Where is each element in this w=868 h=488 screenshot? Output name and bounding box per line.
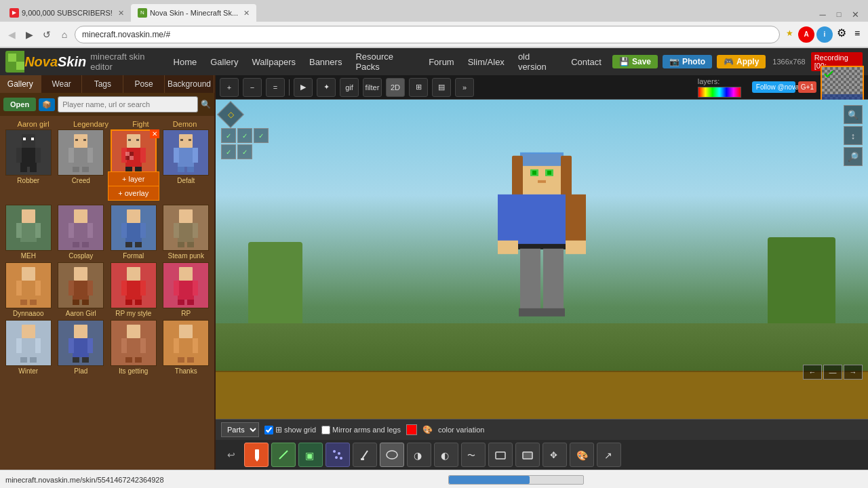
arrow-left-btn[interactable]: ←: [803, 365, 822, 380]
list-item[interactable]: Steam punk: [161, 205, 212, 260]
extension4-icon[interactable]: ≡: [850, 26, 864, 40]
tab1-close[interactable]: ✕: [118, 9, 124, 18]
list-item[interactable]: Aaron Girl: [56, 262, 107, 317]
list-item[interactable]: Winter: [3, 320, 54, 375]
list-item[interactable]: MEH: [3, 205, 54, 260]
check-btn-2[interactable]: ✓: [237, 128, 252, 143]
list-item[interactable]: Cosplay: [56, 205, 107, 260]
list-item[interactable]: Defalt: [161, 129, 212, 184]
extension2-icon[interactable]: i: [816, 26, 833, 43]
2d-btn[interactable]: 2D: [386, 78, 405, 97]
show-grid-checkbox[interactable]: [264, 426, 273, 434]
noise-tool[interactable]: [326, 443, 350, 467]
arrow-dash-btn[interactable]: —: [823, 365, 842, 380]
plus-btn[interactable]: +: [220, 78, 239, 97]
list-item[interactable]: Robber: [3, 129, 54, 184]
arrow-right-btn[interactable]: →: [844, 365, 863, 380]
gplus-btn[interactable]: G+1: [798, 81, 816, 93]
list-item[interactable]: Plad: [56, 320, 107, 375]
tab-wear[interactable]: Wear: [41, 75, 83, 93]
maximize-btn[interactable]: □: [831, 7, 846, 22]
minimize-btn[interactable]: ─: [815, 7, 830, 22]
gif-btn[interactable]: gif: [340, 78, 359, 97]
tab2-close[interactable]: ✕: [243, 9, 250, 18]
bookmark-icon[interactable]: ★: [783, 26, 796, 40]
dodge-tool[interactable]: ◐: [434, 443, 458, 467]
tab-gallery[interactable]: Gallery: [0, 75, 41, 93]
list-item[interactable]: RP my style: [108, 262, 159, 317]
nav-wallpapers[interactable]: Wallpapers: [246, 54, 301, 70]
parts-select[interactable]: Parts: [221, 422, 259, 437]
apply-button[interactable]: 🎮 Apply: [717, 55, 766, 68]
list-item[interactable]: Dynnaaoo: [3, 262, 54, 317]
select-tool[interactable]: ↗: [597, 443, 621, 467]
equals-btn[interactable]: =: [266, 78, 285, 97]
minus-btn[interactable]: −: [243, 78, 262, 97]
color-swatch-red[interactable]: [406, 424, 417, 435]
search-input[interactable]: [58, 96, 198, 113]
list-item[interactable]: Its getting: [108, 320, 159, 375]
nav-resource-packs[interactable]: Resource Packs: [350, 49, 420, 75]
nav-forum[interactable]: Forum: [423, 54, 460, 70]
color-gradient[interactable]: [698, 87, 741, 98]
add-overlay-btn[interactable]: + overlay: [108, 186, 159, 200]
extension3-icon[interactable]: ⚙: [835, 26, 848, 40]
tab-2[interactable]: N Nova Skin - Minecraft Sk... ✕: [131, 4, 256, 22]
list-item[interactable]: Thanks: [161, 320, 212, 375]
check-btn-4[interactable]: ✓: [221, 144, 236, 159]
check-btn-5[interactable]: ✓: [237, 144, 252, 159]
line-tool[interactable]: [271, 443, 296, 467]
dropbox-button[interactable]: 📦: [39, 98, 55, 111]
home-btn[interactable]: ⌂: [57, 27, 72, 42]
ellipse-tool[interactable]: [380, 443, 404, 467]
zoom-out-btn[interactable]: 🔎: [844, 147, 863, 166]
texture-btn[interactable]: ⊞: [409, 78, 428, 97]
view-btn[interactable]: ▤: [432, 78, 451, 97]
nav-home[interactable]: Home: [168, 54, 203, 70]
pencil-tool[interactable]: [244, 443, 269, 467]
list-item[interactable]: Formal: [108, 205, 159, 260]
tab-tags[interactable]: Tags: [82, 75, 123, 93]
nav-slim-alex[interactable]: Slim/Alex: [462, 54, 510, 70]
mirror-checkbox[interactable]: [321, 426, 330, 434]
address-bar[interactable]: minecraft.novaskin.me/#: [75, 26, 780, 43]
shading-tool[interactable]: ◑: [407, 443, 431, 467]
filter-btn[interactable]: filter: [363, 78, 382, 97]
undo-button[interactable]: ↩: [221, 445, 241, 465]
search-icon[interactable]: 🔍: [201, 100, 211, 109]
tab-pose[interactable]: Pose: [123, 75, 165, 93]
zoom-in-btn[interactable]: 🔍: [844, 105, 863, 124]
tab-1[interactable]: ▶ 9,000,000 SUBSCRIBERS! ✕: [3, 4, 131, 22]
refresh-btn[interactable]: ↺: [39, 27, 54, 42]
extension1-icon[interactable]: A: [798, 26, 814, 43]
canvas-background[interactable]: ◇ ✓ ✓ ✓ ✓ ✓ 🔍 ↕: [216, 100, 868, 419]
play-btn[interactable]: ▶: [294, 78, 313, 97]
smear-tool[interactable]: 〜: [461, 443, 486, 467]
list-item[interactable]: ✕ Vamppui... + layer + overlay: [108, 129, 159, 184]
open-button[interactable]: Open: [3, 98, 36, 111]
photo-button[interactable]: 📷 Photo: [663, 55, 712, 68]
erase-tool[interactable]: [488, 443, 513, 467]
check-btn-3[interactable]: ✓: [254, 128, 269, 143]
more-btn[interactable]: »: [455, 78, 474, 97]
twitter-btn[interactable]: Follow @novaskin_: [752, 81, 795, 93]
list-item[interactable]: Creed: [56, 129, 107, 184]
add-layer-btn[interactable]: + layer: [108, 172, 159, 186]
save-button[interactable]: 💾 Save: [612, 55, 658, 68]
resize-btn[interactable]: ↕: [844, 126, 863, 145]
eyedropper-tool[interactable]: [353, 443, 377, 467]
check-btn-1[interactable]: ✓: [221, 128, 236, 143]
nav-banners[interactable]: Banners: [304, 54, 347, 70]
forward-btn[interactable]: ▶: [22, 27, 37, 42]
colorpick-tool[interactable]: 🎨: [570, 443, 594, 467]
anim-btn[interactable]: ✦: [317, 78, 336, 97]
back-btn[interactable]: ◀: [4, 27, 19, 42]
diamond-control[interactable]: ◇: [217, 101, 244, 128]
close-btn[interactable]: ✕: [848, 7, 863, 22]
skin-close-btn[interactable]: ✕: [150, 129, 157, 138]
fill-tool[interactable]: ▣: [298, 443, 323, 467]
move-tool[interactable]: ✥: [542, 443, 567, 467]
nav-contact[interactable]: Contact: [566, 54, 607, 70]
list-item[interactable]: RP: [161, 262, 212, 317]
erase2-tool[interactable]: [515, 443, 540, 467]
